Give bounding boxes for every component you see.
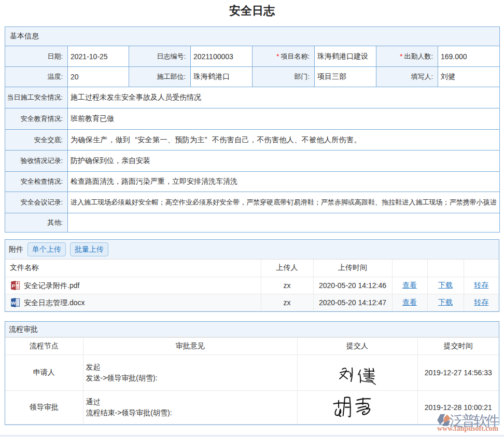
svg-text:P: P [12, 282, 16, 288]
svg-text:W: W [11, 299, 16, 305]
